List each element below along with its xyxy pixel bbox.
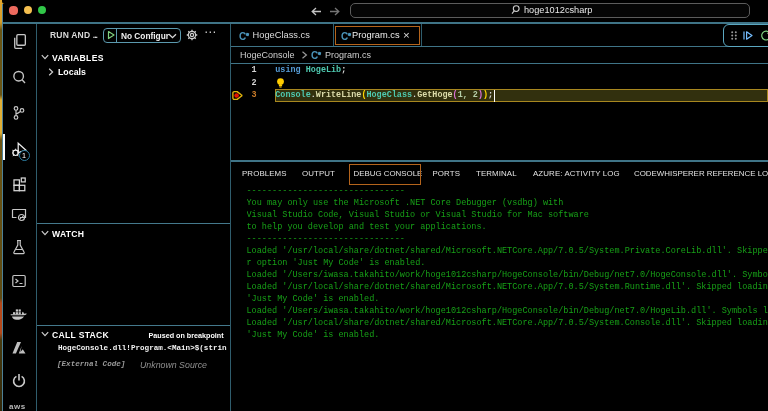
svg-text:C: C [311, 50, 318, 61]
svg-text:C: C [341, 31, 348, 42]
svg-text:C: C [239, 31, 246, 42]
